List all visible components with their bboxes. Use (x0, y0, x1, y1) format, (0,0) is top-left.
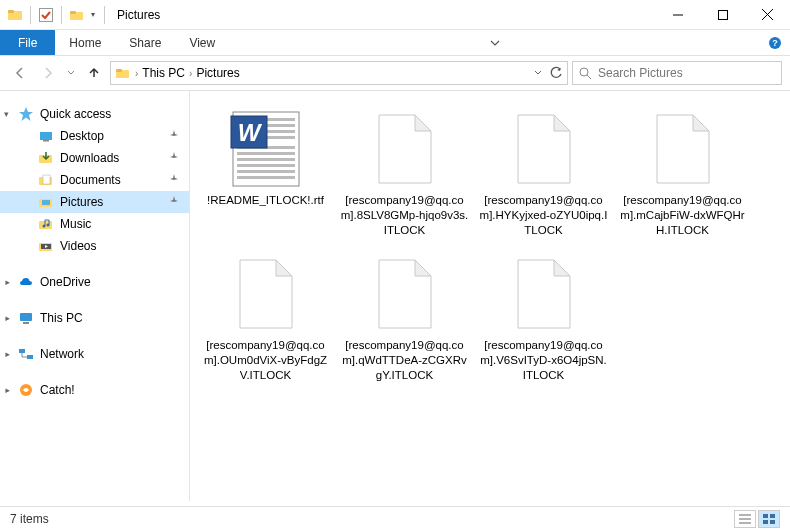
file-thumbnail (365, 254, 445, 334)
svg-rect-4 (70, 11, 76, 14)
pin-icon (169, 152, 179, 164)
file-name: [rescompany19@qq.com].8SLV8GMp-hjqo9v3s.… (341, 193, 469, 238)
chevron-right-icon[interactable]: ▾ (2, 316, 12, 321)
file-item[interactable]: [rescompany19@qq.com].OUm0dViX-vByFdgZV.… (198, 248, 333, 389)
close-button[interactable] (745, 0, 790, 30)
sidebar-item-desktop[interactable]: Desktop (0, 125, 189, 147)
svg-text:?: ? (772, 38, 778, 48)
svg-rect-49 (770, 514, 775, 518)
chevron-right-icon[interactable]: › (135, 68, 138, 79)
chevron-right-icon[interactable]: › (189, 68, 192, 79)
separator (30, 6, 31, 24)
file-item[interactable]: [rescompany19@qq.com].mCajbFiW-dxWFQHrH.… (615, 103, 750, 244)
quick-access-header[interactable]: ▾ Quick access (0, 103, 189, 125)
svg-text:W: W (237, 119, 262, 146)
file-item[interactable]: [rescompany19@qq.com].qWdTTDeA-zCGXRvgY.… (337, 248, 472, 389)
svg-rect-48 (763, 514, 768, 518)
file-item[interactable]: [rescompany19@qq.com].HYKyjxed-oZYU0ipq.… (476, 103, 611, 244)
svg-rect-12 (116, 69, 122, 72)
refresh-icon[interactable] (549, 66, 563, 80)
chevron-right-icon[interactable]: ▾ (2, 352, 12, 357)
up-button[interactable] (82, 61, 106, 85)
tab-home[interactable]: Home (55, 30, 115, 55)
folder-icon (38, 216, 54, 232)
sidebar-item-downloads[interactable]: Downloads (0, 147, 189, 169)
sidebar-item-music[interactable]: Music (0, 213, 189, 235)
svg-rect-35 (267, 130, 295, 133)
svg-rect-15 (40, 132, 52, 140)
file-thumbnail (504, 254, 584, 334)
chevron-down-icon[interactable] (533, 68, 543, 78)
breadcrumb-item[interactable]: Pictures (196, 66, 239, 80)
svg-rect-21 (42, 200, 50, 205)
sidebar-item-label: Videos (60, 239, 96, 253)
svg-rect-30 (27, 355, 33, 359)
network-label: Network (40, 347, 84, 361)
search-icon (579, 67, 592, 80)
sidebar-item-videos[interactable]: Videos (0, 235, 189, 257)
folder-small-icon[interactable] (68, 6, 86, 24)
svg-rect-36 (267, 136, 295, 139)
checkbox-icon[interactable] (37, 6, 55, 24)
file-tab[interactable]: File (0, 30, 55, 55)
recent-locations-button[interactable] (64, 61, 78, 85)
forward-button[interactable] (36, 61, 60, 85)
svg-rect-16 (43, 140, 49, 142)
chevron-right-icon[interactable]: ▾ (2, 388, 12, 393)
svg-rect-38 (237, 152, 295, 155)
cloud-icon (18, 274, 34, 290)
search-input[interactable]: Search Pictures (572, 61, 782, 85)
catch-label: Catch! (40, 383, 75, 397)
svg-rect-39 (237, 158, 295, 161)
details-view-button[interactable] (734, 510, 756, 528)
thispc-item[interactable]: ▾ This PC (0, 307, 189, 329)
catch-item[interactable]: ▾ Catch! (0, 379, 189, 401)
folder-icon (38, 128, 54, 144)
tab-share[interactable]: Share (115, 30, 175, 55)
folder-icon (38, 194, 54, 210)
maximize-button[interactable] (700, 0, 745, 30)
file-item[interactable]: W !README_ITLOCK!.rtf (198, 103, 333, 244)
svg-rect-40 (237, 164, 295, 167)
chevron-down-icon[interactable]: ▾ (4, 109, 9, 119)
monitor-icon (18, 310, 34, 326)
svg-point-24 (47, 224, 50, 227)
minimize-button[interactable] (655, 0, 700, 30)
file-name: [rescompany19@qq.com].OUm0dViX-vByFdgZV.… (202, 338, 330, 383)
address-bar-row: › This PC › Pictures Search Pictures (0, 56, 790, 91)
svg-point-23 (43, 225, 46, 228)
folder-icon (6, 6, 24, 24)
breadcrumb-item[interactable]: This PC (142, 66, 185, 80)
file-view[interactable]: W !README_ITLOCK!.rtf [rescompany19@qq.c… (190, 91, 790, 501)
status-bar: 7 items (0, 506, 790, 530)
file-item[interactable]: [rescompany19@qq.com].8SLV8GMp-hjqo9v3s.… (337, 103, 472, 244)
svg-rect-1 (8, 10, 14, 13)
sidebar-item-pictures[interactable]: Pictures (0, 191, 189, 213)
icons-view-button[interactable] (758, 510, 780, 528)
qat-dropdown-icon[interactable]: ▾ (88, 10, 98, 19)
sidebar-item-documents[interactable]: Documents (0, 169, 189, 191)
expand-ribbon-button[interactable] (480, 30, 510, 55)
file-name: [rescompany19@qq.com].mCajbFiW-dxWFQHrH.… (619, 193, 747, 238)
help-button[interactable]: ? (760, 30, 790, 55)
folder-icon (38, 172, 54, 188)
pin-icon (169, 174, 179, 186)
svg-rect-27 (20, 313, 32, 321)
file-thumbnail (504, 109, 584, 189)
onedrive-item[interactable]: ▾ OneDrive (0, 271, 189, 293)
network-icon (18, 346, 34, 362)
svg-rect-33 (267, 118, 295, 121)
svg-rect-28 (23, 322, 29, 324)
sidebar-item-label: Desktop (60, 129, 104, 143)
file-name: !README_ITLOCK!.rtf (207, 193, 324, 208)
address-bar[interactable]: › This PC › Pictures (110, 61, 568, 85)
svg-rect-41 (237, 170, 295, 173)
tab-view[interactable]: View (175, 30, 229, 55)
network-item[interactable]: ▾ Network (0, 343, 189, 365)
chevron-right-icon[interactable]: ▾ (2, 280, 12, 285)
file-item[interactable]: [rescompany19@qq.com].V6SvITyD-x6O4jpSN.… (476, 248, 611, 389)
file-thumbnail (643, 109, 723, 189)
file-name: [rescompany19@qq.com].V6SvITyD-x6O4jpSN.… (480, 338, 608, 383)
quick-access-label: Quick access (40, 107, 111, 121)
back-button[interactable] (8, 61, 32, 85)
